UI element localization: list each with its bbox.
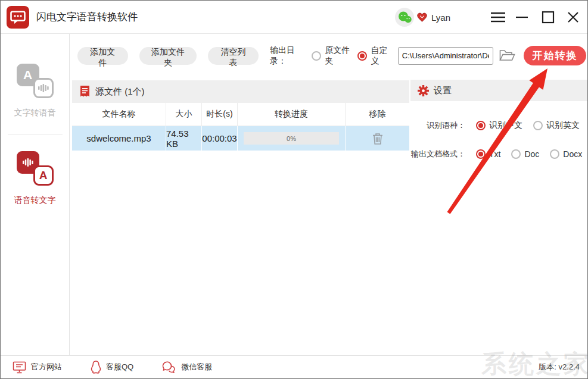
radio-circle <box>511 149 521 159</box>
start-convert-button[interactable]: 开始转换 <box>524 46 586 65</box>
maximize-icon[interactable] <box>540 8 556 26</box>
radio-label: Docx <box>563 149 582 159</box>
radio-label: 识别英文 <box>546 120 580 131</box>
radio-label: Doc <box>524 149 539 159</box>
source-files-header: 源文件 (1个) <box>72 80 409 103</box>
cell-remove <box>346 126 409 151</box>
add-file-button[interactable]: 添加文件 <box>77 47 128 65</box>
trash-icon[interactable] <box>372 132 384 145</box>
account-area[interactable]: Lyan <box>395 8 450 27</box>
official-website-link[interactable]: 官方网站 <box>13 361 62 374</box>
settings-header: 设置 <box>410 80 587 101</box>
title-bar: 闪电文字语音转换软件 <box>1 1 587 34</box>
radio-circle <box>550 149 559 159</box>
radio-recognize-chinese[interactable]: 识别中文 <box>476 120 522 131</box>
document-list-icon <box>80 86 90 98</box>
cell-size: 74.53 KB <box>166 126 202 151</box>
app-title: 闪电文字语音转换软件 <box>36 10 138 24</box>
sidebar-item-speech-to-text[interactable]: A 语音转文字 <box>1 134 69 206</box>
radio-label: Txt <box>489 149 500 159</box>
table-header: 文件名称 大小 时长(s) 转换进度 移除 <box>72 103 409 126</box>
col-remove: 移除 <box>346 103 409 126</box>
language-label: 识别语种： <box>410 120 465 131</box>
radio-circle <box>357 51 367 61</box>
sidebar-item-label: 语音转文字 <box>14 195 56 206</box>
output-path-input[interactable] <box>398 47 493 65</box>
main-area: 添加文件 添加文件夹 清空列表 输出目录： 原文件夹 自定义 开始转换 <box>70 34 587 355</box>
radio-format-txt[interactable]: Txt <box>476 149 500 159</box>
text-to-speech-icon: A <box>17 64 54 98</box>
qq-support-label: 客服QQ <box>106 362 133 372</box>
speech-to-text-icon: A <box>17 151 54 186</box>
close-icon[interactable] <box>565 8 581 26</box>
col-file-name: 文件名称 <box>72 103 166 126</box>
app-logo-icon <box>7 6 29 29</box>
col-progress: 转换进度 <box>238 103 346 126</box>
wechat-support-link[interactable]: 微信客服 <box>162 361 212 373</box>
radio-circle <box>476 121 486 130</box>
radio-circle <box>476 149 486 159</box>
language-setting-row: 识别语种： 识别中文 识别英文 <box>410 117 587 134</box>
format-setting-row: 输出文档格式： Txt Doc Docx <box>410 145 587 163</box>
monitor-icon <box>13 361 26 374</box>
toolbar: 添加文件 添加文件夹 清空列表 输出目录： 原文件夹 自定义 开始转换 <box>77 46 586 65</box>
format-label: 输出文档格式： <box>410 149 465 159</box>
username: Lyan <box>431 12 450 23</box>
radio-circle <box>312 51 321 61</box>
table-row[interactable]: sdwelcome.mp3 74.53 KB 00:00:03 0% <box>72 126 409 151</box>
add-folder-button[interactable]: 添加文件夹 <box>139 47 197 65</box>
version-text: 版本: v2.2.4 <box>539 362 580 372</box>
wechat-icon <box>395 8 414 27</box>
source-files-title: 源文件 (1个) <box>95 86 145 98</box>
col-size: 大小 <box>166 103 202 126</box>
sidebar: A 文字转语音 A 语音转文字 <box>1 34 70 355</box>
radio-custom-folder[interactable]: 自定义 <box>357 45 389 67</box>
progress-text: 0% <box>287 135 296 142</box>
wechat-bubbles-icon <box>162 361 176 373</box>
col-duration: 时长(s) <box>202 103 238 126</box>
settings-panel: 设置 识别语种： 识别中文 识别英文 输出文档格式： Txt <box>410 80 587 163</box>
menu-icon[interactable] <box>490 8 506 26</box>
footer-bar: 系统之家 官方网站 客服QQ 微信客服 版本: v2.2.4 <box>1 355 587 378</box>
clear-list-button[interactable]: 清空列表 <box>208 47 259 65</box>
source-files-panel: 源文件 (1个) 文件名称 大小 时长(s) 转换进度 移除 sdwelcome… <box>72 80 409 151</box>
radio-format-doc[interactable]: Doc <box>511 149 539 159</box>
settings-title: 设置 <box>434 85 452 96</box>
minimize-icon[interactable] <box>514 8 530 26</box>
output-dir-label: 输出目录： <box>270 45 304 67</box>
cell-duration: 00:00:03 <box>202 126 238 151</box>
radio-label: 识别中文 <box>489 120 522 131</box>
qq-penguin-icon <box>91 361 101 374</box>
radio-circle <box>533 121 543 130</box>
browse-folder-icon[interactable] <box>499 49 515 62</box>
wechat-support-label: 微信客服 <box>181 362 212 372</box>
progress-bar: 0% <box>244 132 339 145</box>
radio-label: 原文件夹 <box>325 45 350 67</box>
radio-label: 自定义 <box>371 45 389 67</box>
cell-progress: 0% <box>238 126 346 151</box>
official-website-label: 官方网站 <box>31 362 62 372</box>
radio-recognize-english[interactable]: 识别英文 <box>533 120 580 131</box>
radio-original-folder[interactable]: 原文件夹 <box>312 45 350 67</box>
qq-support-link[interactable]: 客服QQ <box>91 361 133 374</box>
app-window: 闪电文字语音转换软件 <box>0 0 588 379</box>
vip-heart-icon <box>416 12 428 23</box>
sidebar-item-label: 文字转语音 <box>14 108 56 118</box>
cell-file-name: sdwelcome.mp3 <box>72 126 166 151</box>
sidebar-item-text-to-speech[interactable]: A 文字转语音 <box>1 34 69 118</box>
radio-format-docx[interactable]: Docx <box>550 149 582 159</box>
gear-icon <box>418 85 429 96</box>
